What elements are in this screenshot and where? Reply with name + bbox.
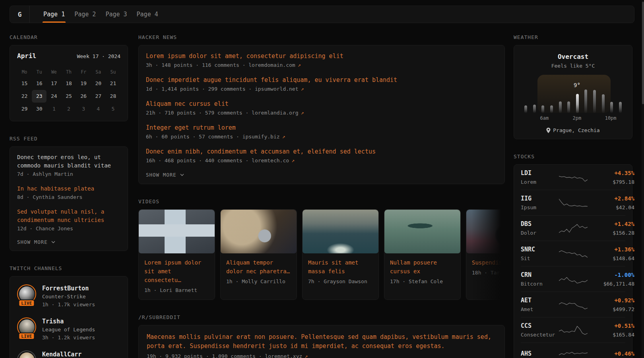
stock-change: +0.51% (588, 322, 634, 330)
weather-bar[interactable] (541, 105, 544, 113)
calendar-day[interactable]: 22 (17, 90, 32, 103)
stock-row[interactable]: AETAmet +0.92%$499.72 (521, 292, 625, 317)
hn-story-title[interactable]: Donec imperdiet augue tincidunt felis al… (146, 76, 497, 84)
rss-item-title[interactable]: Sed volutpat nulla nisl, a condimentum n… (17, 208, 120, 224)
twitch-channel[interactable]: KendallCarr (17, 350, 120, 358)
stock-ticker: IIG (521, 195, 559, 202)
rss-show-more-button[interactable]: SHOW MORE (17, 239, 120, 245)
video-title[interactable]: Suspendisse diam (472, 258, 505, 267)
calendar-day[interactable]: 24 (47, 90, 61, 103)
channel-name[interactable]: ForrestBurton (42, 285, 89, 292)
video-card[interactable]: Suspendisse diam 18h · Tara (466, 209, 505, 300)
location-pin-icon (546, 128, 551, 133)
video-thumbnail[interactable] (384, 210, 460, 253)
calendar-day[interactable]: 3 (76, 103, 91, 115)
video-thumbnail[interactable] (303, 210, 378, 253)
tab-page-1[interactable]: Page 1 (39, 6, 70, 23)
hn-story-domain[interactable]: ipsumify.biz↗ (242, 134, 285, 140)
stock-row[interactable]: IIGIpsum +2.84%$42.04 (521, 190, 625, 215)
stocks-heading: STOCKS (514, 154, 632, 160)
reddit-post-domain[interactable]: loremnet.xyz↗ (265, 353, 308, 358)
calendar-day[interactable]: 20 (91, 77, 106, 90)
calendar-day-selected[interactable]: 23 (32, 90, 47, 103)
video-title[interactable]: Nullam posuere cursus ex (390, 258, 455, 276)
weather-bar[interactable] (533, 105, 536, 113)
calendar-day[interactable]: 1 (47, 103, 61, 115)
weather-bar[interactable] (559, 101, 562, 113)
hn-story-domain[interactable]: loremlandia.org↗ (252, 110, 304, 116)
hn-story-title[interactable]: Integer eget rutrum lorem (146, 124, 497, 132)
calendar-day[interactable]: 2 (61, 103, 76, 115)
calendar-day[interactable]: 15 (17, 77, 32, 90)
stock-row[interactable]: AHS +0.46% (521, 342, 625, 358)
calendar-day[interactable]: 27 (91, 90, 106, 103)
stock-row[interactable]: LDILorem +4.35%$795.18 (521, 165, 625, 190)
stock-row[interactable]: CRNBitcorn -1.00%$66,171.48 (521, 266, 625, 292)
calendar-day[interactable]: 28 (106, 90, 120, 103)
current-temperature-label: 9° (574, 82, 580, 88)
calendar-day[interactable]: 30 (32, 103, 47, 115)
calendar-day[interactable]: 5 (106, 103, 120, 115)
weather-bar[interactable] (567, 101, 570, 113)
stock-change: +1.36% (588, 246, 634, 253)
calendar-day[interactable]: 26 (76, 90, 91, 103)
reddit-post-title[interactable]: Maecenas mollis pulvinar erat non posuer… (147, 333, 497, 351)
stock-sparkline (559, 323, 588, 337)
twitch-channel[interactable]: LIVE Trisha League of Legends 3h · 1.2k … (17, 317, 120, 342)
app-logo[interactable]: G (10, 6, 29, 23)
video-card[interactable]: Aliquam tempor dolor nec pharetra… 1h · … (220, 209, 297, 300)
tab-page-3[interactable]: Page 3 (101, 6, 132, 23)
stock-row[interactable]: CCSConsectetur +0.51%$165.84 (521, 317, 625, 342)
hn-story-domain[interactable]: loremtech.co↗ (252, 158, 295, 163)
calendar-day[interactable]: 17 (47, 77, 61, 90)
video-thumbnail[interactable] (466, 210, 505, 253)
weather-bar[interactable] (524, 105, 527, 113)
scrollbar-thumb[interactable] (642, 2, 644, 104)
video-title[interactable]: Aliquam tempor dolor nec pharetra… (226, 258, 291, 276)
stock-row[interactable]: SNRCSit +1.36%$148.64 (521, 241, 625, 266)
channel-name[interactable]: KendallCarr (42, 351, 81, 358)
twitch-channel[interactable]: LIVE ForrestBurton Counter-Strike 1h · 1… (17, 284, 120, 309)
hn-story-title[interactable]: Aliquam nec cursus elit (146, 100, 497, 108)
weather-bar[interactable] (610, 102, 613, 113)
rss-section: RSS FEED Donec tempor eros leo, ut commo… (10, 136, 128, 251)
video-meta: 17h · Stefan Cole (390, 278, 455, 284)
video-thumbnail[interactable] (221, 210, 297, 253)
weather-bar[interactable] (593, 90, 596, 113)
video-thumbnail[interactable] (139, 210, 215, 253)
video-title[interactable]: Lorem ipsum dolor sit amet consectetu… (144, 258, 209, 284)
rss-item-title[interactable]: In hac habitasse platea (17, 185, 120, 193)
stock-sparkline (559, 298, 588, 311)
rss-item-title[interactable]: Donec tempor eros leo, ut commodo mauris… (17, 153, 120, 170)
calendar-day[interactable]: 16 (32, 77, 47, 90)
weather-bar[interactable] (584, 90, 587, 113)
calendar-day[interactable]: 25 (61, 90, 76, 103)
stock-name: Consectetur (521, 331, 559, 338)
middle-column: HACKER NEWS Lorem ipsum dolor sit amet, … (138, 34, 505, 358)
calendar-day[interactable]: 21 (106, 77, 120, 90)
video-title[interactable]: Mauris sit amet massa felis (308, 258, 373, 276)
video-card[interactable]: Mauris sit amet massa felis 7h · Grayson… (302, 209, 379, 300)
hn-story-domain[interactable]: ipsumworld.net↗ (255, 86, 304, 92)
tab-page-4[interactable]: Page 4 (132, 6, 163, 23)
hn-story-title[interactable]: Lorem ipsum dolor sit amet, consectetur … (146, 52, 497, 60)
weather-widget: Overcast Feels like 5°C (514, 45, 632, 139)
calendar-day[interactable]: 19 (76, 77, 91, 90)
tab-page-2[interactable]: Page 2 (70, 6, 101, 23)
weather-bar[interactable] (602, 94, 605, 113)
page-scrollbar[interactable] (642, 0, 644, 358)
calendar-day[interactable]: 29 (17, 103, 32, 115)
weather-bar-current[interactable] (576, 94, 579, 113)
video-card[interactable]: Nullam posuere cursus ex 17h · Stefan Co… (384, 209, 461, 300)
calendar-day[interactable]: 18 (61, 77, 76, 90)
hn-story-title[interactable]: Donec enim nibh, condimentum et accumsan… (146, 148, 497, 156)
video-card[interactable]: Lorem ipsum dolor sit amet consectetu… 1… (138, 209, 215, 300)
hn-show-more-button[interactable]: SHOW MORE (146, 172, 497, 178)
external-link-icon: ↗ (298, 62, 301, 68)
stock-row[interactable]: DBSDolor +1.42%$156.28 (521, 215, 625, 241)
hn-story-domain[interactable]: loremdomain.com↗ (248, 62, 301, 68)
weather-bar[interactable] (619, 102, 622, 113)
channel-name[interactable]: Trisha (42, 318, 64, 325)
weather-bar[interactable] (550, 105, 553, 113)
calendar-day[interactable]: 4 (91, 103, 106, 115)
